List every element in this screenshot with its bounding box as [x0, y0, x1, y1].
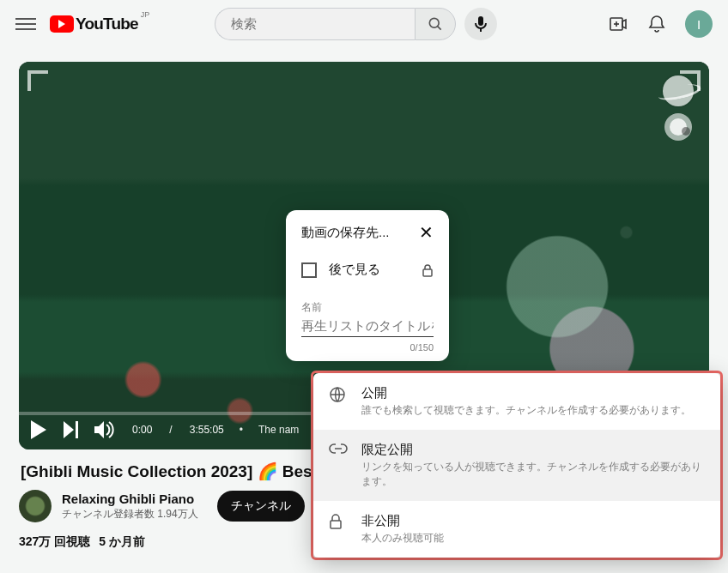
avatar[interactable]: I	[685, 10, 713, 38]
svg-rect-2	[478, 16, 483, 26]
svg-point-0	[430, 18, 440, 27]
country-code: JP	[141, 10, 150, 19]
video-age: 5 か月前	[99, 534, 145, 548]
option-subtitle: 誰でも検索して視聴できます。チャンネルを作成する必要があります。	[361, 403, 691, 418]
bell-icon	[647, 14, 666, 34]
option-subtitle: 本人のみ視聴可能	[361, 531, 444, 546]
option-title: 限定公開	[361, 442, 705, 458]
playlist-row-watchlater[interactable]: 後で見る	[301, 262, 434, 278]
svg-rect-11	[423, 269, 432, 276]
search-icon	[427, 15, 444, 33]
search-button[interactable]	[415, 8, 456, 40]
time-sep: /	[169, 424, 172, 436]
playlist-label: 後で見る	[329, 262, 410, 278]
channel-name[interactable]: Relaxing Ghibli Piano	[62, 492, 198, 508]
mic-icon	[474, 15, 488, 33]
svg-line-1	[438, 27, 441, 30]
globe-icon	[329, 386, 348, 403]
youtube-wordmark: YouTube	[76, 15, 138, 33]
lock-icon	[329, 514, 348, 529]
frame-corner-icon	[27, 70, 48, 91]
link-icon	[329, 443, 348, 455]
field-label: 名前	[301, 300, 434, 315]
time-current: 0:00	[132, 424, 152, 436]
time-total: 3:55:05	[190, 424, 224, 436]
dialog-title: 動画の保存先...	[301, 225, 390, 241]
svg-marker-8	[64, 421, 74, 438]
svg-marker-7	[31, 420, 46, 439]
notifications-button[interactable]	[647, 14, 666, 34]
create-icon	[608, 14, 628, 34]
separator: •	[240, 424, 243, 436]
autoplay-icon	[664, 113, 692, 141]
player-overlay-title: The nam	[258, 424, 299, 436]
option-subtitle: リンクを知っている人が視聴できます。チャンネルを作成する必要があります。	[361, 460, 705, 489]
menu-icon[interactable]	[15, 14, 36, 34]
view-count: 327万 回視聴	[19, 534, 90, 548]
play-button[interactable]	[29, 419, 50, 440]
privacy-option-public[interactable]: 公開 誰でも検索して視聴できます。チャンネルを作成する必要があります。	[313, 373, 720, 430]
option-title: 公開	[361, 385, 691, 401]
youtube-play-icon	[50, 15, 74, 33]
next-button[interactable]	[62, 419, 82, 440]
privacy-menu: 公開 誰でも検索して視聴できます。チャンネルを作成する必要があります。 限定公開…	[313, 373, 720, 558]
youtube-logo[interactable]: YouTube JP	[50, 15, 149, 33]
char-counter: 0/150	[301, 342, 434, 353]
create-button[interactable]	[608, 14, 628, 34]
lock-icon	[422, 263, 434, 277]
ambient-mode-icon	[663, 75, 694, 106]
search-input[interactable]: 検索	[215, 8, 415, 40]
playlist-title-input[interactable]	[301, 315, 434, 337]
subscribe-button[interactable]: チャンネル	[217, 491, 305, 522]
svg-marker-10	[94, 421, 104, 438]
voice-search-button[interactable]	[464, 8, 497, 40]
svg-rect-9	[76, 421, 78, 438]
svg-rect-13	[331, 521, 341, 528]
privacy-option-unlisted[interactable]: 限定公開 リンクを知っている人が視聴できます。チャンネルを作成する必要があります…	[313, 430, 720, 501]
close-button[interactable]: ✕	[419, 224, 434, 241]
privacy-option-private[interactable]: 非公開 本人のみ視聴可能	[313, 501, 720, 558]
checkbox[interactable]	[301, 262, 317, 278]
channel-avatar[interactable]	[19, 490, 52, 522]
option-title: 非公開	[361, 513, 444, 529]
volume-button[interactable]	[94, 419, 115, 440]
channel-subscribers: チャンネル登録者数 1.94万人	[62, 508, 198, 521]
privacy-highlight: 公開 誰でも検索して視聴できます。チャンネルを作成する必要があります。 限定公開…	[311, 371, 723, 560]
save-to-dialog: 動画の保存先... ✕ 後で見る 名前 0/150	[286, 210, 449, 361]
